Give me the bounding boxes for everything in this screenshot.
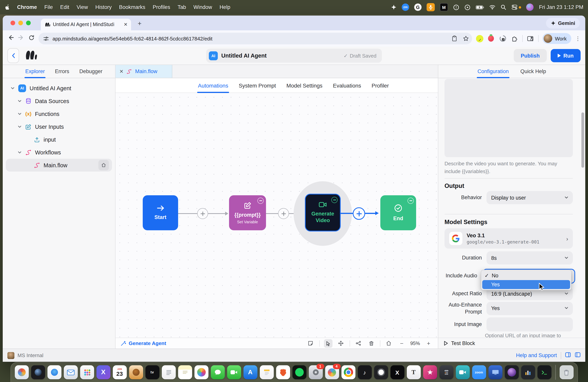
dock-camera-app[interactable] xyxy=(31,365,45,379)
agent-title-bar[interactable]: AI Untitled AI Agent ✓ Draft Saved xyxy=(206,49,382,63)
add-step-button[interactable] xyxy=(278,208,289,219)
node-set-variable[interactable]: {{prompt}} Set Variable xyxy=(229,195,266,230)
extension-1password-icon[interactable] xyxy=(499,35,507,42)
auto-enhance-select[interactable]: Yes xyxy=(486,302,573,315)
help-and-support-link[interactable]: Help and Support xyxy=(516,352,557,358)
dock-magic-app[interactable] xyxy=(504,365,519,379)
new-tab-button[interactable]: + xyxy=(138,20,142,28)
panel-scrollbar[interactable] xyxy=(581,112,584,168)
dock-facetime[interactable] xyxy=(227,365,241,379)
node-start[interactable]: Start xyxy=(143,195,178,230)
pan-move-tool[interactable] xyxy=(337,339,345,348)
tab-automations[interactable]: Automations xyxy=(198,78,228,93)
dock-remote-desktop[interactable] xyxy=(488,365,502,379)
menu-edit[interactable]: Edit xyxy=(60,4,69,10)
wifi-icon[interactable] xyxy=(489,5,495,10)
sparkle-icon[interactable] xyxy=(391,4,397,10)
tab-profiler[interactable]: Profiler xyxy=(372,78,389,93)
tree-item-data-sources[interactable]: Data Sources xyxy=(3,95,115,107)
behavior-select[interactable]: Display to user xyxy=(486,191,573,204)
dock-app-store[interactable]: A xyxy=(243,365,257,379)
menu-help[interactable]: Help xyxy=(220,4,231,10)
dropdown-option-no[interactable]: ✓ No xyxy=(481,271,571,280)
menu-profiles[interactable]: Profiles xyxy=(153,4,170,10)
auto-layout-tool[interactable] xyxy=(354,339,363,348)
zoom-in-button[interactable]: + xyxy=(424,339,433,348)
dock-x-app[interactable]: X xyxy=(96,365,110,379)
menu-bar-clock[interactable]: Fri Jan 23 1:12 PM xyxy=(539,4,583,10)
node-generate-video[interactable]: Generate Video xyxy=(305,194,341,232)
zoom-out-button[interactable]: − xyxy=(398,339,406,348)
dock-settings[interactable]: 1 xyxy=(309,365,323,379)
dock-zoom[interactable]: zoom xyxy=(472,365,486,379)
tab-evaluations[interactable]: Evaluations xyxy=(333,78,361,93)
dock-brave[interactable] xyxy=(276,365,290,379)
tab-configuration[interactable]: Configuration xyxy=(478,65,509,78)
tab-debugger[interactable]: Debugger xyxy=(79,65,103,78)
url-bar[interactable]: app.mindstudio.ai/agents/5e54eb65-fc62-4… xyxy=(39,33,472,44)
dock-trash[interactable] xyxy=(559,365,573,379)
menu-tab[interactable]: Tab xyxy=(178,4,186,10)
select-tool[interactable] xyxy=(324,339,333,348)
tree-item-workflows[interactable]: Workflows xyxy=(3,146,115,159)
dock-analytics-app[interactable] xyxy=(521,365,535,379)
menu-bookmarks[interactable]: Bookmarks xyxy=(119,4,145,10)
spotlight-search-icon[interactable] xyxy=(501,4,506,10)
collapse-node-icon[interactable] xyxy=(408,198,414,204)
zoom-menubar-icon[interactable]: zm xyxy=(402,3,409,11)
workflow-canvas[interactable]: Start {{prompt}} Set Variable Generate V… xyxy=(116,93,438,338)
dock-notes[interactable] xyxy=(260,365,273,379)
battery-icon[interactable] xyxy=(476,5,484,10)
dock-imovie[interactable] xyxy=(423,365,437,379)
home-flow-button[interactable] xyxy=(98,160,109,170)
dock-terminal[interactable] xyxy=(537,365,551,379)
dock-photos[interactable] xyxy=(194,365,208,379)
tab-close-icon[interactable]: ✕ xyxy=(124,22,127,27)
maximize-window-button[interactable] xyxy=(26,21,31,25)
dock-x-social[interactable]: X xyxy=(390,365,404,379)
dock-calendar[interactable]: JAN 23 xyxy=(113,365,126,379)
dock-safari[interactable] xyxy=(47,365,61,379)
reading-mode-icon[interactable] xyxy=(526,35,534,42)
microphone-active-icon[interactable] xyxy=(427,3,435,11)
menu-view[interactable]: View xyxy=(77,4,88,10)
collapse-node-icon[interactable] xyxy=(331,197,337,203)
profile-chip[interactable]: Work xyxy=(543,33,571,44)
site-settings-icon[interactable] xyxy=(43,36,49,42)
dropdown-option-yes[interactable]: Yes xyxy=(482,280,570,289)
dock-launchpad[interactable] xyxy=(80,365,94,379)
tree-item-main-flow[interactable]: Main.flow xyxy=(6,159,112,171)
generate-agent-button[interactable]: Generate Agent xyxy=(121,340,166,346)
dock-mail-alt[interactable]: 4 xyxy=(325,365,339,379)
dock-stickies[interactable] xyxy=(178,365,192,379)
node-end[interactable]: End xyxy=(380,195,416,230)
reload-icon[interactable] xyxy=(28,34,35,42)
extension-strawberry-icon[interactable] xyxy=(487,35,495,42)
extension-swoosh-icon[interactable]: ◞ xyxy=(476,35,483,42)
collapse-node-icon[interactable] xyxy=(257,198,264,204)
dock-contacts[interactable] xyxy=(129,365,143,379)
back-button[interactable] xyxy=(7,48,19,63)
comment-note-tool[interactable] xyxy=(306,339,315,348)
dock-spotify[interactable] xyxy=(292,365,306,379)
menu-file[interactable]: File xyxy=(44,4,53,10)
tree-item-agent-root[interactable]: AI Untitled AI Agent xyxy=(3,82,115,95)
tree-item-user-inputs[interactable]: User Inputs xyxy=(3,120,115,133)
toggle-left-panel-icon[interactable] xyxy=(565,352,571,359)
dock-screenshot-app[interactable] xyxy=(15,365,29,379)
home-view-tool[interactable] xyxy=(385,339,393,348)
prompt-textarea[interactable] xyxy=(444,79,573,157)
chrome-menu-icon[interactable]: ⋮ xyxy=(575,38,581,40)
bookmark-star-icon[interactable] xyxy=(462,35,470,42)
grammarly-menubar-icon[interactable]: G xyxy=(414,3,421,11)
dock-apple-tv[interactable]: tv xyxy=(145,365,159,379)
gemini-button[interactable]: Gemini xyxy=(546,18,580,28)
clipboard-icon[interactable] xyxy=(451,35,459,42)
menu-window[interactable]: Window xyxy=(193,4,212,10)
apple-menu-icon[interactable] xyxy=(5,4,10,11)
zoom-level[interactable]: 95% xyxy=(410,340,420,346)
back-icon[interactable] xyxy=(7,34,14,43)
tab-explorer[interactable]: Explorer xyxy=(25,65,45,78)
publish-button[interactable]: Publish xyxy=(514,49,547,62)
duration-select[interactable]: 8s xyxy=(486,251,573,265)
